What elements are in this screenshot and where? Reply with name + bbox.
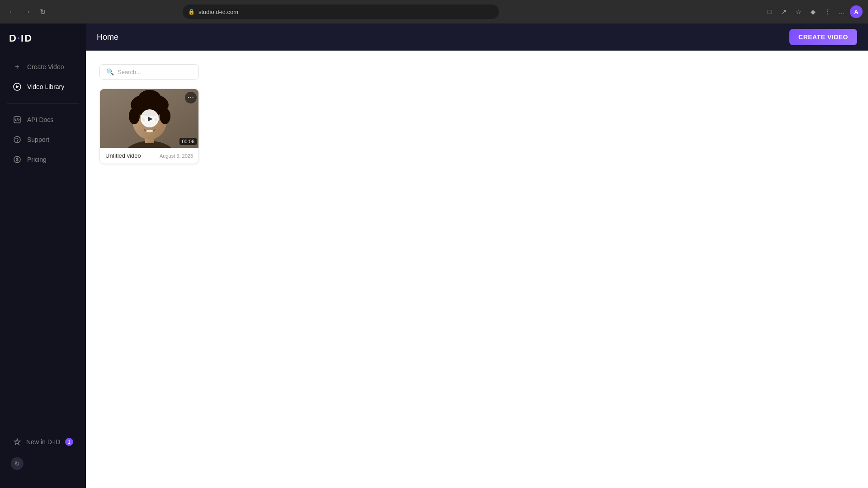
search-icon: 🔍 xyxy=(106,68,114,75)
sidebar-item-pricing[interactable]: Pricing xyxy=(4,150,82,169)
url-text: studio.d-id.com xyxy=(198,9,238,15)
video-info: Untitled video August 3, 2023 xyxy=(100,148,198,164)
sidebar-label-pricing: Pricing xyxy=(27,156,47,163)
sidebar-divider xyxy=(7,103,79,103)
top-bar: Home CREATE VIDEO xyxy=(86,23,868,51)
video-date: August 3, 2023 xyxy=(160,153,193,159)
cast-icon[interactable]: □ xyxy=(763,5,776,18)
play-button-overlay[interactable]: ▶ xyxy=(141,109,159,127)
share-icon[interactable]: ↗ xyxy=(778,5,790,18)
api-icon xyxy=(13,115,22,124)
sparkle-icon xyxy=(13,437,22,446)
plus-icon: + xyxy=(13,62,22,71)
main-content: Home CREATE VIDEO 🔍 xyxy=(86,23,868,488)
back-button[interactable]: ← xyxy=(5,5,18,18)
rotate-icon: ↻ xyxy=(11,457,24,470)
app-container: D·ID + Create Video Video Library xyxy=(0,23,868,488)
sidebar-label-new-in-did: New in D-ID xyxy=(26,438,60,446)
address-bar[interactable]: 🔒 studio.d-id.com xyxy=(183,5,499,19)
logo: D·ID xyxy=(0,33,86,58)
search-container: 🔍 xyxy=(99,64,854,80)
svg-point-12 xyxy=(160,108,170,124)
lock-icon: 🔒 xyxy=(188,9,195,15)
video-thumbnail: ▶ ⋯ 00:06 xyxy=(100,89,199,148)
create-video-button[interactable]: CREATE VIDEO xyxy=(789,29,857,45)
content-area: 🔍 xyxy=(86,51,868,488)
play-triangle-icon: ▶ xyxy=(148,115,153,122)
browser-actions: □ ↗ ☆ ◆ ⋮ … A xyxy=(763,5,863,18)
svg-point-19 xyxy=(146,130,153,132)
sidebar-label-create-video: Create Video xyxy=(27,63,64,70)
support-icon xyxy=(13,135,22,144)
svg-point-13 xyxy=(138,90,161,106)
bookmark-icon[interactable]: ☆ xyxy=(792,5,805,18)
logo-text: D·ID xyxy=(9,33,33,44)
sidebar: D·ID + Create Video Video Library xyxy=(0,23,86,488)
sidebar-bottom: New in D-ID 1 ↻ xyxy=(0,428,86,479)
sidebar-item-new-in-did[interactable]: New in D-ID 1 xyxy=(4,433,82,451)
sidebar-item-api-docs[interactable]: API Docs xyxy=(4,111,82,129)
menu-icon[interactable]: ⋮ xyxy=(821,5,834,18)
video-card[interactable]: ▶ ⋯ 00:06 Untitled video August 3, 2023 xyxy=(99,89,199,164)
svg-marker-1 xyxy=(16,85,19,88)
sidebar-item-video-library[interactable]: Video Library xyxy=(4,78,82,96)
browser-chrome: ← → ↻ 🔒 studio.d-id.com □ ↗ ☆ ◆ ⋮ … A xyxy=(0,0,868,23)
sidebar-label-api-docs: API Docs xyxy=(27,116,53,123)
sidebar-label-video-library: Video Library xyxy=(27,83,64,90)
browser-nav-buttons: ← → ↻ xyxy=(5,5,49,18)
page-title: Home xyxy=(97,33,118,42)
extensions-icon[interactable]: ◆ xyxy=(807,5,819,18)
search-input-wrapper: 🔍 xyxy=(99,64,199,80)
svg-point-4 xyxy=(17,141,18,142)
video-grid: ▶ ⋯ 00:06 Untitled video August 3, 2023 xyxy=(99,89,854,164)
video-more-button[interactable]: ⋯ xyxy=(185,92,197,103)
sidebar-nav: + Create Video Video Library xyxy=(0,58,86,428)
svg-point-11 xyxy=(129,108,140,124)
forward-button[interactable]: → xyxy=(21,5,33,18)
sidebar-item-rotate[interactable]: ↻ xyxy=(4,453,82,474)
sidebar-item-support[interactable]: Support xyxy=(4,131,82,149)
video-name: Untitled video xyxy=(105,152,141,159)
sidebar-label-support: Support xyxy=(27,136,49,143)
sidebar-item-create-video[interactable]: + Create Video xyxy=(4,58,82,76)
pricing-icon xyxy=(13,155,22,164)
notification-badge: 1 xyxy=(65,438,73,446)
search-input[interactable] xyxy=(118,69,192,75)
play-circle-icon xyxy=(13,82,22,91)
video-duration: 00:06 xyxy=(179,138,197,145)
profile-avatar[interactable]: A xyxy=(850,5,863,18)
refresh-button[interactable]: ↻ xyxy=(36,5,49,18)
more-icon[interactable]: … xyxy=(835,5,848,18)
